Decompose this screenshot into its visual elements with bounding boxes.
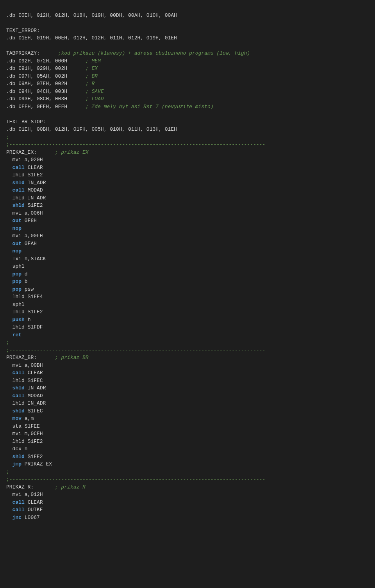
line-text-error-db: .db 01EH, 019H, 00EH, 012H, 012H, 011H, … — [6, 35, 177, 41]
db-mem: .db 092H, 072H, 000H ; MEM — [6, 58, 101, 64]
call-clear-2: call CLEAR — [12, 370, 43, 376]
lxi-stack: lxi h,STACK — [6, 256, 46, 262]
lhld-1fdf: lhld $1FDF — [6, 324, 43, 330]
sphl-1: sphl — [6, 263, 25, 269]
jmp-prikaz-ex: jmp PRIKAZ_EX — [12, 461, 52, 467]
lhld-1fe2-1: lhld $1FE2 — [6, 172, 43, 178]
pop-d: pop d — [12, 271, 28, 277]
nop-1: nop — [12, 226, 21, 231]
ret-1: ret — [12, 332, 21, 338]
db-br: .db 097H, 05AH, 002H ; BR — [6, 73, 98, 79]
shld-1fe2-2: shld $1FE2 — [12, 454, 43, 460]
semicolon-3: ; — [6, 469, 9, 475]
shld-1fec-2: shld $1FEC — [12, 408, 43, 414]
nop-2: nop — [12, 248, 21, 254]
mvi-m-0cfh: mvi m,0CFH — [6, 431, 43, 437]
comment-prikaz-ex: ; prikaz EX — [55, 149, 89, 155]
out-0f8h: out 0F8H — [12, 218, 37, 224]
call-modad-2: call MODAD — [12, 393, 43, 399]
out-0fah: out 0FAH — [12, 241, 37, 247]
separator-line-2: ;---------------------------------------… — [6, 347, 265, 353]
mvi-012h: mvi a,012H — [6, 492, 43, 497]
comment-tabprikazy: ;kod prikazu (klavesy) + adresa obsluzne… — [58, 50, 250, 56]
call-outke: call OUTKE — [12, 507, 43, 513]
call-clear-3: call CLEAR — [12, 499, 43, 505]
code-editor: .db 00EH, 012H, 012H, 018H, 019H, 00DH, … — [6, 4, 369, 521]
lhld-inadr-2: lhld IN_ADR — [6, 400, 46, 406]
sta-1fee: sta $1FEE — [6, 423, 40, 429]
db-load: .db 093H, 08CH, 003H ; LOAD — [6, 96, 104, 102]
db-ex: .db 091H, 029H, 002H ; EX — [6, 66, 98, 71]
mvi-00fh: mvi a,00FH — [6, 233, 43, 239]
label-text-error: TEXT_ERROR: — [6, 28, 40, 34]
comment-prikaz-br: ; prikaz BR — [55, 355, 89, 361]
semicolon-2: ; — [6, 339, 9, 345]
call-modad-1: call MODAD — [12, 187, 43, 193]
mvi-00bh: mvi a,00BH — [6, 362, 43, 368]
pop-b: pop b — [12, 279, 28, 284]
label-text-br-stop: TEXT_BR_STOP: — [6, 119, 46, 125]
mvi-006h: mvi a,006H — [6, 210, 43, 216]
lhld-1fe2-2: lhld $1FE2 — [6, 309, 43, 315]
lhld-1fec-1: lhld $1FEC — [6, 378, 43, 384]
separator-line-3: ;---------------------------------------… — [6, 476, 265, 482]
lhld-1fe4: lhld $1FE4 — [6, 294, 43, 300]
shld-inadr-2: shld IN_ADR — [12, 385, 46, 391]
sphl-2: sphl — [6, 302, 25, 307]
mvi-020h: mvi a,020H — [6, 157, 43, 163]
db-r: .db 09AH, 07EH, 002H ; R — [6, 81, 95, 87]
label-prikaz-r: PRIKAZ_R: — [6, 484, 34, 490]
push-h: push h — [12, 317, 31, 323]
comment-prikaz-r: ; prikaz R — [55, 484, 86, 490]
semicolon-1: ; — [6, 134, 9, 140]
pop-psw: pop psw — [12, 286, 34, 292]
label-prikaz-ex: PRIKAZ_EX: — [6, 149, 37, 155]
label-tabprikazy: TABPRIKAZY: — [6, 50, 40, 56]
shld-inadr-1: shld IN_ADR — [12, 180, 46, 186]
separator-line-1: ;---------------------------------------… — [6, 142, 265, 147]
call-clear-1: call CLEAR — [12, 165, 43, 171]
shld-1fe2-1: shld $1FE2 — [12, 203, 43, 208]
line-1: .db 00EH, 012H, 012H, 018H, 019H, 00DH, … — [6, 12, 177, 18]
db-save: .db 094H, 04CH, 003H ; SAVE — [6, 89, 104, 94]
db-text-br-stop: .db 01EH, 00BH, 012H, 01FH, 005H, 010H, … — [6, 126, 177, 132]
label-prikaz-br: PRIKAZ_BR: — [6, 355, 37, 361]
lhld-1fe2-3: lhld $1FE2 — [6, 439, 43, 444]
mov-am: mov a,m — [12, 416, 34, 421]
dcx-h: dcx h — [6, 446, 28, 452]
db-fff: .db 0FFH, 0FFH, 0FFH ; Zde mely byt asi … — [6, 104, 214, 110]
lhld-inadr-1: lhld IN_ADR — [6, 195, 46, 201]
jnc-l0067: jnc L0067 — [12, 515, 40, 520]
